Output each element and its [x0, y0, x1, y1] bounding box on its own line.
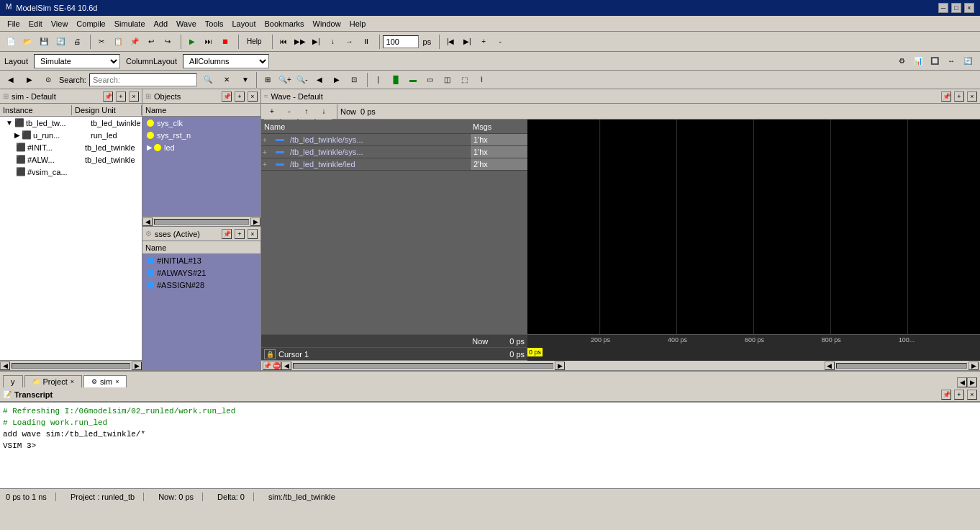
proc-row-1[interactable]: #ALWAYS#21	[142, 266, 260, 279]
transcript-pin[interactable]: 📌	[941, 390, 951, 400]
wave-zoom-in-button[interactable]: +	[476, 34, 491, 50]
wave-btn6[interactable]: ⬚	[457, 72, 473, 88]
paste-button[interactable]: 📌	[127, 34, 142, 50]
proc-row-2[interactable]: #ASSIGN#28	[142, 279, 260, 291]
wave-next-button[interactable]: ▶|	[459, 34, 475, 50]
wave-btn3[interactable]: ▬	[405, 72, 421, 88]
wave-sig-row-1[interactable]: + /tb_led_twinkle/sys... 1'hx	[261, 146, 527, 158]
wave-down-btn[interactable]: ↓	[316, 104, 332, 120]
zoom-fit-btn[interactable]: ⊞	[260, 72, 276, 88]
zoom-in-btn[interactable]: 🔍+	[277, 72, 293, 88]
scroll-left-btn[interactable]: ◀	[0, 361, 10, 370]
run-time-input[interactable]	[383, 35, 419, 48]
wave-right-scroll-left[interactable]: ◀	[825, 361, 835, 370]
transcript-expand[interactable]: +	[954, 390, 964, 400]
menu-simulate[interactable]: Simulate	[110, 18, 150, 30]
save-button[interactable]: 💾	[36, 34, 52, 50]
redo-button[interactable]: ↪	[160, 34, 176, 50]
search-next-btn[interactable]: ▶	[22, 72, 37, 88]
cursor-lock-icon[interactable]: 🔒	[264, 349, 276, 359]
column-layout-select[interactable]: AllColumns	[183, 54, 269, 68]
tab-sim[interactable]: ⚙ sim ×	[83, 375, 127, 387]
tree-row-0[interactable]: ▼ ⬛ tb_led_tw... tb_led_twinkle	[0, 117, 142, 129]
proc-panel-close[interactable]: ×	[248, 229, 258, 239]
wave-del-btn[interactable]: -	[281, 104, 297, 120]
cut-button[interactable]: ✂	[94, 34, 109, 50]
zoom-out-btn[interactable]: 🔍-	[294, 72, 310, 88]
wave-panel-expand[interactable]: +	[954, 91, 964, 102]
transcript-close[interactable]: ×	[967, 390, 977, 400]
search-all-btn[interactable]: ⊙	[40, 72, 56, 88]
wave-right-scroll-track[interactable]	[836, 363, 967, 369]
wave-btn7[interactable]: ⌇	[474, 72, 490, 88]
instance-panel-close[interactable]: ×	[129, 91, 139, 102]
step-in-button[interactable]: ↓	[325, 34, 341, 50]
instance-panel-pin[interactable]: 📌	[103, 91, 113, 102]
layout-btn4[interactable]: ↔	[943, 53, 959, 69]
wave-scroll-left[interactable]: ◀	[281, 361, 291, 370]
open-button[interactable]: 📂	[19, 34, 35, 50]
tree-row-2[interactable]: ⬛ #INIT... tb_led_twinkle	[0, 141, 142, 153]
wave-scroll-btn1[interactable]: 📌	[263, 362, 271, 369]
menu-help[interactable]: Help	[345, 18, 371, 30]
wave-up-btn[interactable]: ↑	[299, 104, 314, 120]
layout-btn1[interactable]: ⚙	[894, 53, 909, 69]
menu-tools[interactable]: Tools	[201, 18, 228, 30]
run-continue-button[interactable]: ▶|	[309, 34, 325, 50]
menu-view[interactable]: View	[47, 18, 73, 30]
obj-row-0[interactable]: sys_clk	[142, 117, 260, 129]
scroll-track[interactable]	[12, 363, 130, 369]
undo-button[interactable]: ↩	[143, 34, 159, 50]
layout-btn5[interactable]: 🔄	[960, 53, 976, 69]
wave-btn2[interactable]: █	[388, 72, 404, 88]
close-button[interactable]: ×	[964, 3, 974, 13]
obj-scroll-left[interactable]: ◀	[142, 217, 153, 226]
minimize-button[interactable]: ─	[938, 3, 948, 13]
scroll-right-btn[interactable]: ▶	[132, 361, 142, 370]
tab-y[interactable]: y	[3, 375, 23, 387]
layout-select[interactable]: Simulate	[34, 54, 120, 68]
search-clear-btn[interactable]: ✕	[219, 72, 235, 88]
restart-button[interactable]: ⏮	[276, 34, 291, 50]
transcript-nav-left[interactable]: ◀	[957, 377, 967, 387]
zoom-prev-btn[interactable]: ◀	[312, 72, 327, 88]
step-over-button[interactable]: →	[342, 34, 358, 50]
tab-project[interactable]: 📁 Project ×	[24, 375, 83, 387]
refresh-button[interactable]: 🔄	[53, 34, 68, 50]
obj-row-1[interactable]: sys_rst_n	[142, 129, 260, 141]
menu-compile[interactable]: Compile	[72, 18, 109, 30]
layout-btn2[interactable]: 📊	[910, 53, 926, 69]
run-button[interactable]: ▶	[184, 34, 200, 50]
menu-file[interactable]: File	[3, 18, 24, 30]
obj-scroll-right[interactable]: ▶	[250, 217, 260, 226]
menu-bookmarks[interactable]: Bookmarks	[260, 18, 309, 30]
maximize-button[interactable]: □	[951, 3, 961, 13]
tab-project-close[interactable]: ×	[71, 378, 74, 385]
proc-panel-pin[interactable]: 📌	[222, 229, 232, 239]
proc-row-0[interactable]: #INITIAL#13	[142, 254, 260, 266]
wave-prev-button[interactable]: |◀	[443, 34, 458, 50]
objects-panel-close[interactable]: ×	[248, 91, 258, 102]
objects-panel-expand[interactable]: +	[235, 91, 245, 102]
menu-window[interactable]: Window	[309, 18, 345, 30]
layout-btn3[interactable]: 🔲	[927, 53, 943, 69]
transcript-content[interactable]: # Refreshing I:/06modelsim/02_runled/wor…	[0, 402, 980, 488]
menu-add[interactable]: Add	[150, 18, 173, 30]
transcript-nav-right[interactable]: ▶	[967, 377, 977, 387]
zoom-all-btn[interactable]: ⊡	[346, 72, 362, 88]
menu-wave[interactable]: Wave	[172, 18, 201, 30]
wave-panel-pin[interactable]: 📌	[941, 91, 951, 102]
tree-row-3[interactable]: ⬛ #ALW... tb_led_twinkle	[0, 153, 142, 166]
wave-panel-close[interactable]: ×	[967, 91, 977, 102]
copy-button[interactable]: 📋	[110, 34, 126, 50]
stop-button[interactable]: ⏹	[217, 34, 233, 50]
print-button[interactable]: 🖨	[69, 34, 85, 50]
wave-btn5[interactable]: ◫	[440, 72, 455, 88]
search-opts-btn[interactable]: ▼	[237, 72, 253, 88]
tree-row-1[interactable]: ▶ ⬛ u_run... run_led	[0, 129, 142, 141]
search-input[interactable]	[89, 73, 197, 86]
run-all-button[interactable]: ▶▶	[292, 34, 308, 50]
proc-panel-expand[interactable]: +	[235, 229, 245, 239]
help-button[interactable]: Help	[242, 34, 267, 50]
menu-edit[interactable]: Edit	[24, 18, 47, 30]
